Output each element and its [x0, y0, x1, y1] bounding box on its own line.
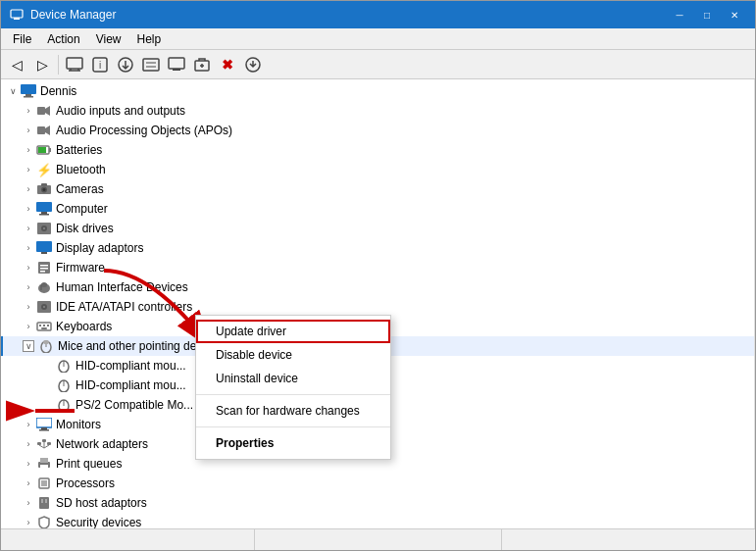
expand-icon[interactable]: ›	[21, 123, 36, 138]
firmware-icon	[36, 260, 52, 276]
svg-rect-0	[11, 10, 23, 18]
expand-icon[interactable]: ›	[21, 476, 36, 491]
item-label: HID-compliant mou...	[76, 359, 186, 373]
item-label: Cameras	[56, 182, 104, 196]
list-item[interactable]: › Firmware	[1, 258, 754, 277]
disk-icon	[36, 221, 52, 236]
expand-icon[interactable]: ›	[21, 495, 36, 511]
svg-rect-30	[39, 214, 49, 216]
expand-icon[interactable]: ›	[21, 260, 36, 276]
hid-mouse-icon	[56, 358, 72, 374]
show-button[interactable]	[63, 53, 86, 76]
svg-rect-23	[38, 147, 46, 153]
expand-icon[interactable]: ›	[21, 417, 36, 432]
printer-icon	[36, 456, 52, 472]
item-label: Audio inputs and outputs	[56, 104, 185, 118]
camera-icon	[36, 181, 52, 197]
item-label: Processors	[56, 476, 115, 490]
mice-expand-btn[interactable]: ∨	[23, 340, 34, 352]
expand-icon[interactable]: ›	[21, 240, 36, 256]
window-title: Device Manager	[30, 8, 667, 22]
root-expand-btn[interactable]: ∨	[5, 83, 21, 99]
tree-root[interactable]: ∨ Dennis	[1, 81, 754, 101]
uninstall-device-menu-item[interactable]: Uninstall device	[196, 367, 390, 390]
svg-rect-64	[42, 439, 46, 442]
list-item[interactable]: › Cameras	[1, 179, 754, 199]
properties-menu-item[interactable]: Properties	[196, 431, 390, 455]
list-item[interactable]: › Computer	[1, 199, 754, 219]
bluetooth-icon: ⚡	[36, 162, 52, 177]
menu-view[interactable]: View	[88, 30, 129, 48]
forward-button[interactable]: ▷	[30, 53, 54, 76]
expand-icon[interactable]: ›	[21, 162, 36, 177]
expand-icon	[40, 377, 56, 393]
list-item[interactable]: › ⚡ Bluetooth	[1, 160, 754, 179]
expand-icon[interactable]: ›	[21, 142, 36, 158]
status-section-3	[502, 529, 747, 550]
minimize-button[interactable]: ─	[667, 5, 692, 25]
list-item[interactable]: › Disk drives	[1, 219, 754, 238]
expand-icon[interactable]: ›	[21, 319, 36, 334]
update-driver-menu-item[interactable]: Update driver	[196, 320, 390, 343]
list-item[interactable]: › Batteries	[1, 140, 754, 160]
menu-file[interactable]: File	[5, 30, 39, 48]
remove-button[interactable]: ✖	[216, 53, 239, 76]
svg-point-33	[43, 227, 45, 229]
svg-rect-17	[37, 107, 45, 115]
scan-button[interactable]	[139, 53, 163, 76]
list-item[interactable]: › Audio inputs and outputs	[1, 101, 754, 121]
expand-icon[interactable]: ›	[21, 221, 36, 236]
item-label: Security devices	[56, 516, 141, 528]
download-button[interactable]	[241, 53, 265, 76]
list-item[interactable]: › Security devices	[1, 513, 754, 528]
title-bar: Device Manager ─ □ ✕	[1, 1, 755, 28]
svg-marker-18	[45, 106, 50, 116]
expand-icon[interactable]: ›	[21, 201, 36, 217]
back-button[interactable]: ◁	[5, 53, 28, 76]
disable-device-menu-item[interactable]: Disable device	[196, 343, 390, 367]
svg-rect-47	[39, 325, 41, 326]
item-label: Human Interface Devices	[56, 280, 188, 294]
expand-icon[interactable]: ›	[21, 299, 36, 315]
expand-icon[interactable]: ›	[21, 279, 36, 295]
status-section-1	[9, 529, 255, 550]
list-item[interactable]: › Audio Processing Objects (APOs)	[1, 121, 754, 140]
menu-action[interactable]: Action	[39, 30, 87, 48]
item-label: Audio Processing Objects (APOs)	[56, 124, 232, 137]
scan-hardware-menu-item[interactable]: Scan for hardware changes	[196, 399, 390, 423]
expand-icon[interactable]: ›	[21, 181, 36, 197]
item-label: Keyboards	[56, 320, 112, 333]
svg-rect-38	[40, 268, 48, 270]
close-button[interactable]: ✕	[722, 5, 747, 25]
svg-rect-71	[40, 465, 48, 470]
menu-help[interactable]: Help	[129, 30, 170, 48]
audio-processing-icon	[36, 123, 52, 138]
properties-button[interactable]: i	[88, 53, 112, 76]
svg-rect-70	[40, 458, 48, 463]
content-area: ∨ Dennis › Audio inputs and outputs ›	[1, 79, 755, 528]
battery-icon	[36, 142, 52, 158]
expand-icon[interactable]: ›	[21, 515, 36, 528]
item-label: Batteries	[56, 143, 102, 157]
update-driver-button[interactable]	[114, 53, 137, 76]
list-item[interactable]: › Processors	[1, 474, 754, 493]
svg-rect-22	[49, 148, 51, 152]
item-label: Disk drives	[56, 222, 114, 235]
list-item[interactable]: › IDE ATA/ATAPI controllers	[1, 297, 754, 317]
processor-icon	[36, 476, 52, 491]
device-tree[interactable]: ∨ Dennis › Audio inputs and outputs ›	[1, 79, 755, 528]
svg-rect-14	[21, 84, 36, 94]
expand-icon[interactable]: ›	[21, 436, 36, 452]
list-item[interactable]: › SD host adaptors	[1, 493, 754, 513]
expand-icon[interactable]: ›	[21, 103, 36, 119]
svg-rect-39	[40, 271, 45, 273]
svg-marker-20	[45, 125, 50, 135]
add-button[interactable]	[190, 53, 214, 76]
computer-button[interactable]	[165, 53, 188, 76]
expand-icon[interactable]: ›	[21, 456, 36, 472]
list-item[interactable]: › Display adaptors	[1, 238, 754, 258]
sd-icon	[36, 495, 52, 511]
maximize-button[interactable]: □	[694, 5, 720, 25]
list-item[interactable]: › Human Interface Devices	[1, 277, 754, 297]
svg-rect-10	[169, 58, 184, 69]
